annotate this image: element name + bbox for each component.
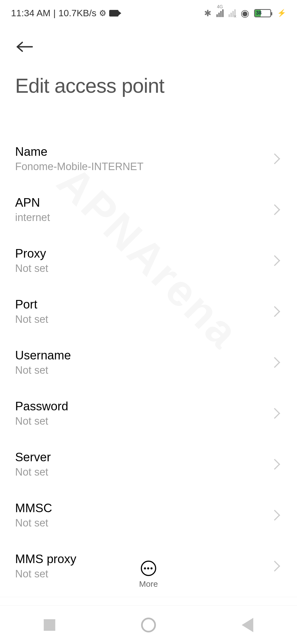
signal-nosim-icon: ✕ xyxy=(229,9,236,17)
status-time: 11:34 AM xyxy=(11,8,51,18)
setting-label: Name xyxy=(15,145,144,159)
chevron-right-icon xyxy=(269,306,280,317)
setting-label: Username xyxy=(15,348,71,362)
setting-row-mmsc[interactable]: MMSC Not set xyxy=(15,490,282,541)
chevron-right-icon xyxy=(269,510,280,521)
setting-value: Not set xyxy=(15,415,68,427)
nav-recents-button[interactable] xyxy=(33,619,66,631)
navigation-bar xyxy=(0,605,297,644)
setting-row-server[interactable]: Server Not set xyxy=(15,439,282,490)
battery-icon: 38 xyxy=(254,9,271,17)
setting-value: Not set xyxy=(15,263,48,274)
dots-icon: ••• xyxy=(144,564,153,573)
setting-label: MMSC xyxy=(15,501,52,515)
setting-value: Not set xyxy=(15,313,48,325)
setting-label: Proxy xyxy=(15,247,48,260)
back-button[interactable] xyxy=(15,40,34,55)
nav-back-button[interactable] xyxy=(231,618,264,632)
gear-icon: ⚙ xyxy=(99,8,106,18)
chevron-right-icon xyxy=(269,357,280,368)
page-title: Edit access point xyxy=(15,74,282,97)
chevron-right-icon xyxy=(269,153,280,164)
charging-icon: ⚡ xyxy=(277,9,286,17)
status-left: 11:34 AM | 10.7KB/s ⚙ xyxy=(11,8,119,18)
setting-value: Not set xyxy=(15,517,52,529)
setting-row-apn[interactable]: APN internet xyxy=(15,184,282,235)
circle-icon xyxy=(141,618,156,632)
setting-row-proxy[interactable]: Proxy Not set xyxy=(15,235,282,286)
setting-value: internet xyxy=(15,212,50,223)
square-icon xyxy=(44,619,55,631)
status-separator: | xyxy=(53,8,56,18)
chevron-right-icon xyxy=(269,255,280,266)
setting-label: Password xyxy=(15,399,68,413)
status-right: ✱ 4G ✕ ◉ 38 ⚡ xyxy=(204,7,286,19)
setting-label: Server xyxy=(15,450,51,464)
status-bar: 11:34 AM | 10.7KB/s ⚙ ✱ 4G ✕ ◉ 38 ⚡ xyxy=(0,0,297,26)
nav-home-button[interactable] xyxy=(132,618,165,632)
signal-4g-icon: 4G xyxy=(216,9,224,17)
settings-list: Name Fonome-Mobile-INTERNET APN internet… xyxy=(0,133,297,591)
more-button[interactable]: ••• xyxy=(141,561,156,576)
setting-value: Not set xyxy=(15,466,51,478)
header: Edit access point xyxy=(0,26,297,103)
setting-row-port[interactable]: Port Not set xyxy=(15,286,282,337)
setting-row-password[interactable]: Password Not set xyxy=(15,388,282,439)
bottom-toolbar: ••• More xyxy=(0,561,297,597)
setting-label: Port xyxy=(15,298,48,311)
chevron-right-icon xyxy=(269,408,280,419)
chevron-right-icon xyxy=(269,459,280,470)
setting-value: Not set xyxy=(15,364,71,376)
setting-row-name[interactable]: Name Fonome-Mobile-INTERNET xyxy=(15,133,282,184)
triangle-left-icon xyxy=(242,618,253,632)
chevron-right-icon xyxy=(269,204,280,215)
setting-value: Fonome-Mobile-INTERNET xyxy=(15,161,144,173)
status-network-speed: 10.7KB/s xyxy=(59,8,97,18)
arrow-left-icon xyxy=(15,40,34,54)
wifi-icon: ◉ xyxy=(241,7,249,19)
camera-icon xyxy=(109,10,119,17)
more-label: More xyxy=(139,579,158,589)
setting-label: APN xyxy=(15,196,50,209)
bluetooth-icon: ✱ xyxy=(204,8,211,18)
setting-row-username[interactable]: Username Not set xyxy=(15,337,282,388)
